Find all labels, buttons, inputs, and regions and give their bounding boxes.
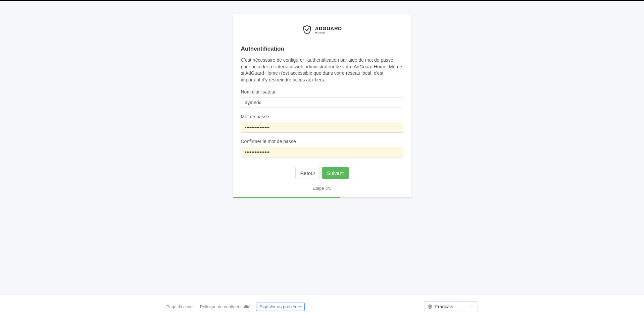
progress-fill bbox=[233, 197, 340, 198]
language-select[interactable]: Français bbox=[424, 301, 478, 312]
setup-card: ADGUARD HOME Authentification C'est néce… bbox=[233, 14, 411, 198]
logo-text: ADGUARD HOME bbox=[315, 26, 342, 34]
card-title: Authentification bbox=[241, 46, 403, 52]
logo-sub-text: HOME bbox=[315, 31, 342, 34]
password-input[interactable] bbox=[241, 122, 403, 133]
password-group: Mot de passe bbox=[241, 114, 403, 133]
confirm-password-group: Confirmer le mot de passe bbox=[241, 139, 403, 157]
progress-bar bbox=[233, 197, 411, 198]
home-link[interactable]: Page d'accueil bbox=[166, 304, 195, 309]
username-input[interactable] bbox=[241, 97, 403, 108]
footer-links: Page d'accueil Politique de confidential… bbox=[166, 303, 305, 311]
password-label: Mot de passe bbox=[241, 114, 403, 119]
confirm-password-label: Confirmer le mot de passe bbox=[241, 139, 403, 144]
next-button[interactable]: Suivant bbox=[322, 167, 348, 179]
logo: ADGUARD HOME bbox=[241, 25, 403, 35]
confirm-password-input[interactable] bbox=[241, 147, 403, 157]
shield-check-icon bbox=[302, 25, 312, 35]
button-row: Retour Suivant bbox=[241, 167, 403, 179]
privacy-link[interactable]: Politique de confidentialité bbox=[200, 304, 251, 309]
card-description: C'est nécessaire de configurer l'authent… bbox=[241, 57, 403, 83]
footer-inner: Page d'accueil Politique de confidential… bbox=[161, 301, 483, 312]
footer: Page d'accueil Politique de confidential… bbox=[0, 295, 644, 318]
back-button[interactable]: Retour bbox=[295, 167, 320, 179]
main-content: ADGUARD HOME Authentification C'est néce… bbox=[0, 1, 644, 295]
report-issue-button[interactable]: Signaler un problème bbox=[256, 303, 305, 311]
username-label: Nom d'utilisateur bbox=[241, 89, 403, 94]
logo-main-text: ADGUARD bbox=[315, 26, 342, 31]
username-group: Nom d'utilisateur bbox=[241, 89, 403, 108]
language-selector: Français bbox=[424, 301, 478, 312]
step-indicator: Étape 3/5 bbox=[241, 186, 403, 191]
